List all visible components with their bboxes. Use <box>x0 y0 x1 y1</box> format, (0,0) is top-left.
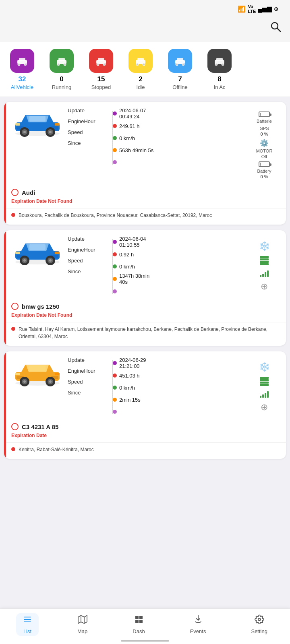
filter-tab-inac[interactable]: 8In Ac <box>201 47 238 92</box>
label-since-1: Since <box>68 268 108 275</box>
target-icon: ⊕ <box>261 281 268 292</box>
value-since-1: 1347h 38min40s <box>114 273 244 285</box>
snowflake-icon: ❄️ <box>259 241 270 252</box>
motor-label: MOTOR <box>256 149 273 153</box>
location-text-2: Kenitra, Rabat-Salé-Kénitra, Maroc <box>19 446 94 453</box>
value-engine-2: 451.03 h <box>114 370 244 381</box>
svg-point-48 <box>49 259 52 262</box>
location-text-0: Bouskoura, Pachalik de Bouskoura, Provin… <box>19 212 212 219</box>
svg-rect-37 <box>55 123 60 126</box>
text-speed-2: 0 km/h <box>119 385 135 391</box>
vehicle-card-1[interactable]: Update EngineHour Speed Since 2024-06-04… <box>4 230 286 346</box>
gps-label: GPS <box>259 126 269 131</box>
value-update-0: 2024-06-0700:49:24 <box>114 107 244 120</box>
svg-rect-67 <box>24 621 31 622</box>
filter-tab-all[interactable]: 32AllVehicle <box>4 47 40 92</box>
nav-item-setting[interactable]: Setting <box>244 613 273 636</box>
svg-point-45 <box>23 259 26 262</box>
dot-since-0 <box>113 148 117 152</box>
info-labels-2: Update EngineHour Speed Since <box>68 357 108 417</box>
location-text-1: Rue Talsint, Hay Al Karam, Lotissement l… <box>19 326 280 340</box>
dot-since-1 <box>113 277 117 281</box>
svg-rect-3 <box>19 58 25 61</box>
filter-tabs: 32AllVehicle 0Running 15Stopped 2Idle 7O… <box>0 42 290 97</box>
nav-item-dash[interactable]: Dash <box>126 613 151 636</box>
card-top-1: Update EngineHour Speed Since 2024-06-04… <box>4 230 286 301</box>
svg-point-4 <box>18 63 20 66</box>
svg-rect-63 <box>55 373 60 375</box>
tab-icon-offline <box>168 49 192 73</box>
svg-point-75 <box>258 618 261 621</box>
lte-icon: VoLTE <box>248 4 256 14</box>
signal-bars-icon <box>260 390 269 398</box>
dot-update-2 <box>113 361 117 365</box>
text-speed-0: 0 km/h <box>119 135 135 141</box>
vehicle-radio-2[interactable] <box>11 423 19 430</box>
tab-label-idle: Idle <box>137 84 145 90</box>
dot-extra-1 <box>113 289 117 293</box>
svg-rect-38 <box>29 116 46 122</box>
filter-tab-stopped[interactable]: 15Stopped <box>83 47 119 92</box>
tab-icon-inac <box>207 49 232 73</box>
svg-point-9 <box>64 63 66 66</box>
value-speed-1: 0 km/h <box>114 261 244 272</box>
status-icons: 📶 VoLTE ▄▅▆ ⊙ <box>236 4 280 14</box>
motor-state: Off <box>261 154 267 159</box>
vehicle-radio-0[interactable] <box>11 189 19 196</box>
svg-rect-49 <box>15 252 20 254</box>
nav-item-map[interactable]: Map <box>71 613 94 636</box>
svg-line-1 <box>277 28 280 31</box>
filter-tab-idle[interactable]: 2Idle <box>122 47 159 92</box>
nav-label-dash: Dash <box>133 628 145 634</box>
info-values-2: 2024-06-2921:21:00 451.03 h 0 km/h <box>110 357 244 417</box>
expiry-text-1: Expiration Date Not Found <box>4 310 286 320</box>
svg-point-61 <box>49 380 52 383</box>
battery-icon <box>259 161 270 167</box>
tab-label-stopped: Stopped <box>91 84 111 90</box>
nav-item-events[interactable]: Events <box>184 613 213 636</box>
target-icon: ⊕ <box>261 402 268 413</box>
svg-rect-7 <box>58 58 65 61</box>
vehicle-card-2[interactable]: Update EngineHour Speed Since 2024-06-29… <box>4 351 286 459</box>
nav-icon-events <box>193 615 203 627</box>
location-row-0: Bouskoura, Pachalik de Bouskoura, Provin… <box>4 208 286 225</box>
text-engine-1: 0.92 h <box>119 252 134 258</box>
label-speed-0: Speed <box>68 129 108 135</box>
vehicle-card-0[interactable]: Update EngineHour Speed Since 2024-06-07… <box>4 102 286 225</box>
value-speed-0: 0 km/h <box>114 132 244 144</box>
vehicle-radio-1[interactable] <box>11 303 19 310</box>
svg-rect-65 <box>24 617 31 617</box>
battery-label: Battery <box>257 169 271 173</box>
card-info-1: Update EngineHour Speed Since 2024-06-04… <box>68 236 244 297</box>
info-rows-0: Update EngineHour Speed Since 2024-06-07… <box>68 107 244 168</box>
card-right-0: Batterie GPS 0 % ⚙️ MOTOR Off Battery 0 … <box>248 107 280 183</box>
nav-item-list[interactable]: List <box>16 613 39 636</box>
tab-label-inac: In Ac <box>214 84 226 90</box>
nav-label-map: Map <box>77 628 87 634</box>
value-engine-0: 249.61 h <box>114 120 244 132</box>
gps-value: 0 % <box>261 132 268 136</box>
filter-tab-offline[interactable]: 7Offline <box>162 47 198 92</box>
svg-rect-50 <box>55 252 60 254</box>
wifi-icon: 📶 <box>238 5 246 13</box>
search-button[interactable] <box>269 20 282 36</box>
tab-label-offline: Offline <box>172 84 187 90</box>
value-since-0: 563h 49min 5s <box>114 144 244 156</box>
value-extra-2 <box>114 406 244 417</box>
dot-speed-2 <box>113 386 117 390</box>
dot-speed-1 <box>113 264 117 268</box>
text-update-2: 2024-06-2921:21:00 <box>119 357 146 369</box>
motor-item: ⚙️ MOTOR Off <box>256 139 273 159</box>
tab-icon-stopped <box>89 49 113 73</box>
text-engine-2: 451.03 h <box>119 373 140 379</box>
bottom-nav: ListMapDashEventsSetting <box>0 609 290 644</box>
battery-green-item <box>260 377 269 386</box>
text-since-2: 2min 15s <box>119 397 141 403</box>
motor-icon: ⚙️ <box>260 139 269 148</box>
info-rows-1: Update EngineHour Speed Since 2024-06-04… <box>68 236 244 297</box>
expiry-text-2: Expiration Date <box>4 430 286 440</box>
info-labels-1: Update EngineHour Speed Since <box>68 236 108 297</box>
search-bar <box>0 16 290 42</box>
text-since-0: 563h 49min 5s <box>119 147 153 153</box>
filter-tab-running[interactable]: 0Running <box>44 47 80 92</box>
